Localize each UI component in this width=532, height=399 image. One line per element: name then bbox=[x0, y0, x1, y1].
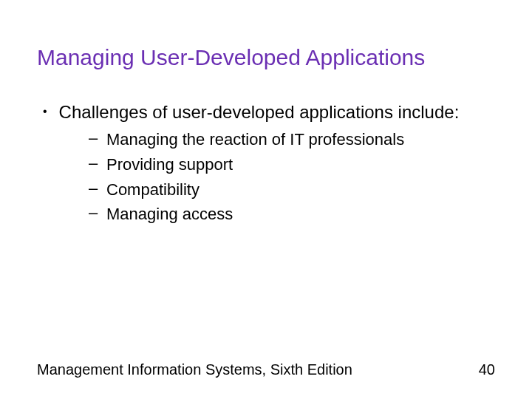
list-item: – Providing support bbox=[89, 154, 495, 176]
sub-item-text: Compatibility bbox=[106, 179, 200, 201]
dash-marker-icon: – bbox=[89, 203, 99, 222]
bullet-text: Challenges of user-developed application… bbox=[59, 100, 460, 124]
bullet-marker-icon: • bbox=[43, 105, 47, 118]
slide: Managing User-Developed Applications • C… bbox=[0, 0, 532, 399]
page-number: 40 bbox=[479, 361, 495, 378]
list-item: – Managing the reaction of IT profession… bbox=[89, 129, 495, 151]
dash-marker-icon: – bbox=[89, 129, 99, 148]
slide-title: Managing User-Developed Applications bbox=[37, 44, 495, 71]
sub-item-text: Providing support bbox=[106, 154, 233, 176]
dash-marker-icon: – bbox=[89, 179, 99, 198]
slide-footer: Management Information Systems, Sixth Ed… bbox=[37, 361, 495, 378]
footer-text: Management Information Systems, Sixth Ed… bbox=[37, 361, 352, 378]
bullet-item: • Challenges of user-developed applicati… bbox=[43, 100, 495, 124]
sub-item-text: Managing the reaction of IT professional… bbox=[106, 129, 404, 151]
dash-marker-icon: – bbox=[89, 154, 99, 173]
sub-item-text: Managing access bbox=[106, 203, 233, 225]
sub-list: – Managing the reaction of IT profession… bbox=[43, 129, 495, 225]
list-item: – Managing access bbox=[89, 203, 495, 225]
list-item: – Compatibility bbox=[89, 179, 495, 201]
slide-content: • Challenges of user-developed applicati… bbox=[37, 100, 495, 225]
